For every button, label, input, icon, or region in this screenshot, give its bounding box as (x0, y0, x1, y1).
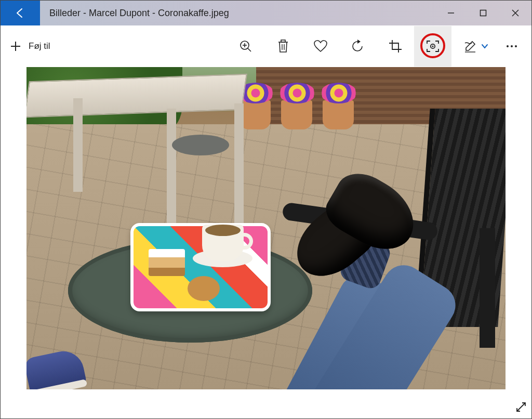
close-icon (512, 9, 519, 17)
add-to-label: Føj til (29, 41, 50, 51)
zoom-in-icon (239, 40, 252, 53)
title-bar: Billeder - Marcel Dupont - Coronakaffe.j… (1, 1, 531, 25)
back-button[interactable] (1, 1, 40, 25)
more-button[interactable] (497, 26, 526, 67)
svg-rect-1 (481, 10, 486, 16)
svg-line-7 (248, 48, 251, 51)
visual-search-icon (425, 39, 440, 54)
minimize-icon (447, 9, 455, 17)
add-to-button[interactable]: Føj til (6, 37, 55, 55)
window-controls (435, 1, 531, 25)
svg-line-20 (517, 403, 525, 411)
toolbar: Føj til (1, 25, 531, 67)
favorite-button[interactable] (302, 26, 339, 67)
svg-point-15 (432, 45, 433, 47)
photo-cookie (188, 276, 220, 301)
trash-icon (277, 40, 289, 53)
visual-search-button[interactable] (414, 26, 451, 67)
photo-viewport[interactable] (26, 67, 506, 389)
svg-point-18 (511, 45, 513, 47)
svg-rect-11 (281, 40, 285, 42)
crop-icon (389, 40, 402, 53)
delete-button[interactable] (264, 26, 302, 67)
rotate-button[interactable] (339, 26, 377, 67)
chevron-down-icon (481, 42, 489, 50)
back-arrow-icon (14, 7, 26, 19)
close-button[interactable] (499, 1, 531, 25)
photo-coffee-cup (193, 218, 252, 267)
edit-draw-icon (464, 40, 477, 53)
zoom-button[interactable] (227, 26, 264, 67)
photo-other-foot (26, 327, 89, 389)
plus-icon (10, 41, 21, 52)
window-title: Billeder - Marcel Dupont - Coronakaffe.j… (40, 1, 435, 25)
maximize-button[interactable] (467, 1, 499, 25)
photo-umbrella-base (172, 135, 229, 155)
heart-icon (313, 40, 328, 53)
maximize-icon (480, 9, 487, 17)
edit-menu[interactable] (451, 40, 497, 53)
crop-button[interactable] (377, 26, 414, 67)
photo-cake (149, 249, 185, 276)
more-dots-icon (506, 44, 518, 48)
svg-point-17 (507, 45, 509, 47)
resize-handle[interactable] (514, 400, 528, 416)
minimize-button[interactable] (435, 1, 467, 25)
svg-point-19 (515, 45, 517, 47)
rotate-icon (351, 40, 365, 53)
content-area (1, 67, 531, 410)
resize-diagonal-icon (514, 400, 528, 414)
photo-chair-and-person (298, 109, 506, 389)
